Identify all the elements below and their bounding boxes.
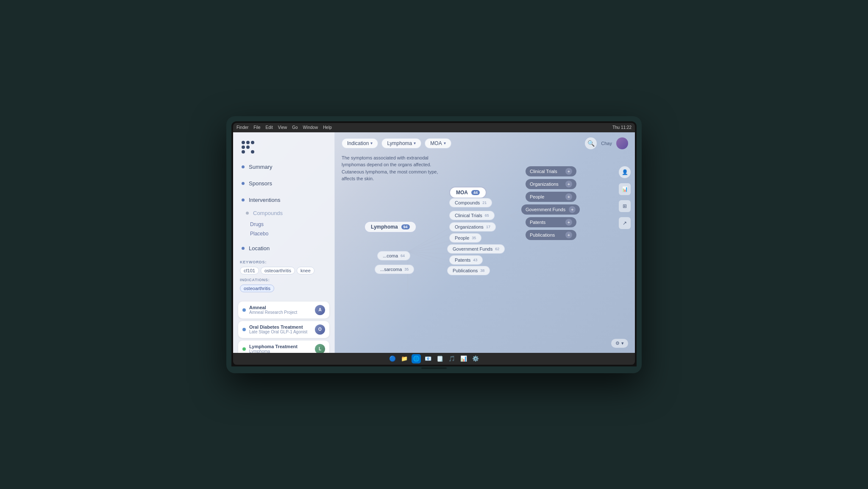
left-node-people[interactable]: People 35: [449, 233, 481, 243]
project-card-amneal[interactable]: Amneal Amneal Research Project A: [238, 302, 329, 319]
logo-dot: [246, 150, 250, 154]
expand-icon[interactable]: +: [565, 168, 572, 175]
expand-icon[interactable]: +: [565, 219, 572, 226]
card-info: Amneal Amneal Research Project: [249, 305, 297, 315]
expand-icon[interactable]: +: [565, 193, 572, 200]
chevron-down-icon: ▾: [444, 141, 446, 145]
card-dot: [242, 328, 246, 331]
dock-icon-1[interactable]: 🔵: [388, 354, 397, 363]
right-node-organizations[interactable]: Organizations +: [526, 179, 576, 189]
sidebar-label-location: Location: [249, 245, 270, 251]
left-node-clinicaltrials[interactable]: Clinical Trials 65: [449, 211, 495, 220]
sidebar-item-interventions[interactable]: Interventions: [233, 193, 334, 207]
card-title: Lymphoma Treatment: [249, 344, 298, 349]
indications-label: INDICATIONS:: [240, 278, 328, 282]
left-node-compounds[interactable]: Compounds 21: [449, 198, 492, 207]
card-dot: [242, 347, 246, 351]
panel-user2-icon[interactable]: 👤: [619, 166, 631, 178]
menu-go[interactable]: Go: [292, 125, 298, 130]
sidebar-item-location[interactable]: Location: [233, 242, 334, 255]
settings-button[interactable]: ⚙ ▾: [611, 339, 628, 348]
menu-window[interactable]: Window: [303, 125, 318, 130]
center-node-lymphoma[interactable]: Lymphoma 94: [364, 221, 416, 232]
indication-tag[interactable]: osteoarthritis: [240, 285, 274, 292]
menu-file[interactable]: File: [253, 125, 260, 130]
moa-filter-pill[interactable]: MOA ▾: [425, 138, 451, 148]
dock-icon-8[interactable]: ⚙️: [471, 354, 480, 363]
sidebar-subitem-placebo[interactable]: Placebo: [233, 229, 334, 238]
right-node-publications[interactable]: Publications +: [526, 230, 576, 240]
logo-dot: [251, 141, 254, 144]
right-node-govfunds[interactable]: Government Funds +: [521, 204, 580, 215]
nav-dot-sponsors: [242, 182, 245, 185]
extra-node-coma[interactable]: ...coma 64: [377, 251, 410, 260]
user-avatar[interactable]: [616, 137, 628, 149]
chevron-down-icon: ▾: [621, 341, 624, 346]
card-left: Lymphoma Treatment Lymphoma: [242, 344, 298, 353]
expand-icon[interactable]: +: [565, 181, 572, 187]
expand-icon[interactable]: +: [569, 206, 576, 213]
left-node-publications[interactable]: Publications 38: [447, 266, 490, 275]
extra-node-sarcoma[interactable]: ...sarcoma 35: [375, 265, 414, 274]
menu-edit[interactable]: Edit: [265, 125, 273, 130]
sidebar-item-compounds[interactable]: Compounds: [233, 207, 334, 220]
panel-grid-icon[interactable]: ⊞: [619, 200, 631, 212]
macos-menu-items[interactable]: Finder File Edit View Go Window Help: [236, 125, 332, 130]
indication-filter-pill[interactable]: Indication ▾: [342, 138, 378, 148]
search-button[interactable]: 🔍: [585, 137, 597, 149]
card-info: Oral Diabetes Treatment Late Stage Oral …: [249, 324, 307, 334]
card-subtitle: Late Stage Oral GLP-1 Agonist: [249, 330, 307, 334]
sidebar-item-sponsors[interactable]: Sponsors: [233, 177, 334, 190]
dock-icon-4[interactable]: 📧: [423, 354, 433, 363]
moa-node[interactable]: MOA 44: [449, 187, 487, 198]
card-left: Oral Diabetes Treatment Late Stage Oral …: [242, 324, 307, 334]
moa-filter-label: MOA: [430, 140, 442, 146]
indications-tags: osteoarthritis: [240, 285, 328, 292]
panel-chart-icon[interactable]: 📊: [619, 183, 631, 195]
right-node-people[interactable]: People +: [526, 192, 576, 202]
left-node-organizations[interactable]: Organizations 17: [449, 222, 496, 232]
dock-icon-6[interactable]: 🎵: [447, 354, 456, 363]
menu-finder[interactable]: Finder: [236, 125, 248, 130]
macos-menubar: Finder File Edit View Go Window Help Thu…: [233, 123, 635, 132]
keywords-label: KEYWORDS:: [240, 260, 328, 264]
dock-icon-7[interactable]: 📊: [459, 354, 468, 363]
dock-icon-5[interactable]: 🗒️: [435, 354, 445, 363]
right-node-clinicaltrials[interactable]: Clinical Trials +: [526, 166, 576, 176]
left-node-patents[interactable]: Patents 43: [449, 255, 483, 265]
left-node-govfunds[interactable]: Government Funds 62: [447, 244, 505, 254]
gear-icon: ⚙: [615, 341, 620, 346]
project-cards-list: Amneal Amneal Research Project A Oral Di…: [233, 298, 334, 353]
chevron-down-icon: ▾: [414, 141, 416, 145]
macos-status: Thu 11:22: [612, 125, 632, 130]
nav-dot-interventions: [242, 198, 245, 201]
chevron-down-icon: ▾: [370, 141, 373, 145]
logo-dot: [251, 150, 254, 154]
card-avatar: L: [315, 344, 325, 353]
keyword-tag-cf101[interactable]: cf101: [240, 267, 259, 274]
dock-icon-3[interactable]: 🌐: [412, 354, 421, 363]
expand-icon[interactable]: +: [565, 232, 572, 238]
logo-dot: [242, 141, 245, 144]
project-card-oral[interactable]: Oral Diabetes Treatment Late Stage Oral …: [238, 321, 329, 338]
sidebar-subitem-drugs[interactable]: Drugs: [233, 220, 334, 229]
settings-area: ⚙ ▾: [611, 339, 628, 348]
sidebar-item-summary[interactable]: Summary: [233, 160, 334, 173]
menu-help[interactable]: Help: [323, 125, 332, 130]
description-text: The symptoms associated with extranodal …: [342, 154, 447, 182]
panel-share-icon[interactable]: ↗: [619, 217, 631, 229]
center-node-label: Lymphoma: [371, 224, 398, 230]
lymphoma-filter-pill[interactable]: Lymphoma ▾: [381, 138, 421, 148]
keyword-tag-knee[interactable]: knee: [297, 267, 314, 274]
menu-view[interactable]: View: [278, 125, 287, 130]
lymphoma-filter-label: Lymphoma: [387, 140, 412, 146]
nav-dot-summary: [242, 165, 245, 168]
dock-icon-2[interactable]: 📁: [400, 354, 409, 363]
keyword-tag-osteoarthritis[interactable]: osteoarthritis: [261, 267, 295, 274]
indication-filter-label: Indication: [347, 140, 369, 146]
project-card-lymphoma[interactable]: Lymphoma Treatment Lymphoma L: [238, 341, 329, 353]
right-node-patents[interactable]: Patents +: [526, 217, 576, 227]
sidebar-label-summary: Summary: [249, 164, 273, 170]
keywords-tags: cf101 osteoarthritis knee: [240, 267, 328, 274]
app-window: Summary Sponsors Interventions Compou: [233, 132, 635, 353]
